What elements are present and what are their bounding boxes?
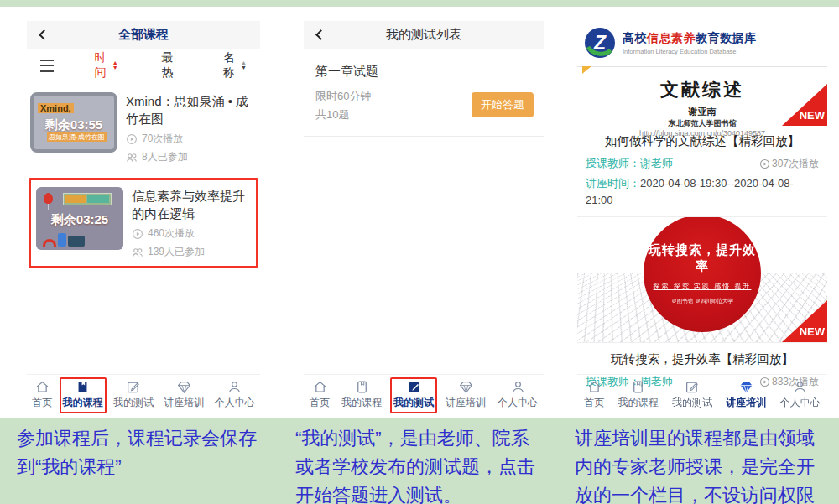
nav-label: 我的测试	[113, 396, 154, 410]
test-list-item: 第一章试题 限时60分钟 共10题 开始答题	[304, 55, 544, 137]
time-label: 讲座时间：	[586, 177, 640, 190]
nav-item-profile[interactable]: 个人中心	[777, 377, 824, 412]
brand-part2: 信息素养	[647, 31, 696, 44]
person-icon	[227, 379, 242, 395]
brand-part3: 教育数据库	[696, 31, 757, 44]
book-icon	[354, 379, 370, 395]
caption-lectures: 讲座培训里的课程都是由领域内的专家老师授课，是完全开放的一个栏目，不设访问权限	[575, 424, 823, 504]
nav-label: 我的课程	[618, 396, 659, 410]
nav-label: 我的课程	[341, 396, 382, 410]
participant-count: 139人已参加	[132, 245, 251, 259]
nav-item-my-courses[interactable]: 我的课程	[338, 377, 385, 412]
play-icon	[132, 228, 143, 240]
nav-item-home[interactable]: 首页	[581, 377, 607, 412]
nav-item-lectures[interactable]: 讲座培训	[160, 377, 207, 412]
sort-time[interactable]: 时间 ▲▼	[94, 50, 117, 81]
course-info: 信息素养与效率提升的内在逻辑 460次播放 139人已参加	[132, 187, 251, 259]
header-bar: 我的测试列表	[304, 21, 544, 49]
course-title: Xmind：思如泉涌 • 成竹在图	[126, 92, 257, 127]
nav-item-lectures[interactable]: 讲座培训	[442, 377, 489, 412]
play-count: 70次播放	[126, 132, 257, 146]
menu-icon[interactable]	[40, 60, 54, 72]
start-test-button[interactable]: 开始答题	[472, 92, 534, 117]
devices-graphic	[43, 233, 85, 247]
edit-icon	[406, 379, 422, 395]
nav-label: 个人中心	[780, 396, 821, 410]
nav-item-home[interactable]: 首页	[29, 377, 55, 412]
sort-arrows-icon: ▲▼	[112, 60, 118, 70]
participant-count-label: 8人已参加	[142, 150, 188, 164]
play-count: 460次播放	[132, 226, 251, 241]
book-icon	[630, 379, 646, 395]
lecture-time: 讲座时间：2020-04-08-19:30--2020-04-08-21:00	[586, 175, 819, 209]
nav-label: 首页	[310, 396, 330, 410]
page-title: 我的测试列表	[304, 27, 544, 43]
brand-subtitle: Information Literacy Education Database	[623, 48, 757, 55]
diamond-icon	[458, 379, 474, 395]
thumb-badge: Xmind,	[38, 103, 74, 113]
sort-hot-label: 最热	[162, 50, 180, 81]
countdown-label: 剩余03:55	[34, 117, 114, 133]
lecture-promo-image[interactable]: 玩转搜索，提升效率 探索 探究 实践 感悟 提升 ＠图书馆 ＠四川师范大学 NE…	[577, 217, 827, 343]
diamond-icon	[176, 379, 192, 395]
bottom-nav: 首页 我的课程 我的测试 讲座培训	[27, 374, 260, 413]
play-count-label: 70次播放	[142, 132, 183, 146]
balloon-icon	[44, 193, 53, 204]
test-title: 第一章试题	[315, 64, 532, 80]
play-count-label: 460次播放	[148, 226, 195, 241]
new-label: NEW	[800, 109, 825, 122]
brand-part1: 高校	[623, 31, 647, 44]
header-bar: 全部课程	[27, 21, 260, 49]
lecture-banner[interactable]: 文献综述 谢亚南 东北师范大学图书馆 http://blog.sina.com.…	[577, 67, 827, 126]
new-badge: NEW	[782, 84, 827, 126]
nav-item-my-courses[interactable]: 我的课程	[615, 377, 662, 412]
red-circle-graphic: 玩转搜索，提升效率 探索 探究 实践 感悟 提升 ＠图书馆 ＠四川师范大学	[644, 217, 761, 332]
database-logo-icon: Z	[584, 27, 616, 59]
filter-row: 时间 ▲▼ 最热 名称 ▲▼	[27, 49, 260, 82]
site-header: Z 高校信息素养教育数据库 Information Literacy Educa…	[577, 21, 827, 67]
screenshot-lectures: Z 高校信息素养教育数据库 Information Literacy Educa…	[577, 21, 827, 413]
nav-item-profile[interactable]: 个人中心	[494, 377, 541, 412]
whiteboard-graphic	[63, 193, 112, 205]
nav-item-lectures[interactable]: 讲座培训	[722, 377, 769, 412]
nav-label: 讲座培训	[164, 396, 204, 410]
course-card-info-literacy[interactable]: 剩余03:25 信息素养与效率提升的内在逻辑 460次播放	[36, 187, 251, 259]
nav-label: 首页	[32, 396, 52, 410]
page-title: 全部课程	[27, 27, 260, 43]
nav-label: 我的课程	[63, 396, 103, 410]
nav-item-my-tests[interactable]: 我的测试	[669, 377, 716, 412]
nav-label: 讲座培训	[726, 396, 766, 410]
nav-item-my-tests[interactable]: 我的测试	[110, 377, 157, 412]
sort-name-label: 名称	[223, 50, 238, 81]
nav-item-my-tests[interactable]: 我的测试	[390, 377, 437, 413]
sort-hot[interactable]: 最热	[162, 50, 180, 81]
bottom-nav: 首页 我的课程 我的测试 讲座培训	[304, 374, 544, 413]
new-label: NEW	[800, 325, 825, 338]
sort-time-label: 时间	[94, 50, 109, 81]
screenshot-test-list: 我的测试列表 第一章试题 限时60分钟 共10题 开始答题 首页 我的课程 我的	[304, 21, 544, 413]
nav-label: 个人中心	[498, 396, 538, 410]
banner-url: http://blog.sina.com.cn/u/3040149587	[577, 129, 827, 138]
nav-item-my-courses[interactable]: 我的课程	[60, 377, 107, 413]
bottom-nav: 首页 我的课程 我的测试 讲座培训	[577, 374, 827, 413]
teacher-label: 授课教师：谢老师	[586, 156, 673, 171]
screenshot-all-courses: 全部课程 时间 ▲▼ 最热 名称 ▲▼ Xmind, 剩余03:55 思如泉涌·…	[27, 21, 260, 413]
course-card-xmind[interactable]: Xmind, 剩余03:55 思如泉涌·成竹在图 Xmind：思如泉涌 • 成竹…	[30, 92, 257, 164]
sort-name[interactable]: 名称 ▲▼	[223, 50, 247, 81]
svg-text:Z: Z	[593, 32, 607, 54]
brand-title: 高校信息素养教育数据库	[623, 31, 757, 46]
nav-item-profile[interactable]: 个人中心	[211, 377, 258, 412]
course-info: Xmind：思如泉涌 • 成竹在图 70次播放 8人已参加	[126, 92, 257, 164]
lecture-item-1[interactable]: 如何做科学的文献综述【精彩回放】 授课教师：谢老师 307次播放 讲座时间：20…	[577, 126, 827, 217]
book-icon	[75, 379, 91, 395]
nav-item-home[interactable]: 首页	[306, 377, 333, 412]
people-icon	[126, 152, 138, 164]
nav-label: 我的测试	[672, 396, 712, 410]
lecture-meta: 授课教师：谢老师 307次播放	[586, 156, 819, 171]
caption-my-tests: “我的测试”，是由老师、院系或者学校发布的测试题，点击开始答题进入测试。	[295, 424, 544, 504]
countdown-label: 剩余03:25	[36, 212, 123, 228]
participant-count: 8人已参加	[126, 150, 257, 164]
brand-text: 高校信息素养教育数据库 Information Literacy Educati…	[623, 31, 757, 55]
participant-count-label: 139人已参加	[148, 245, 205, 259]
play-icon	[759, 158, 770, 169]
